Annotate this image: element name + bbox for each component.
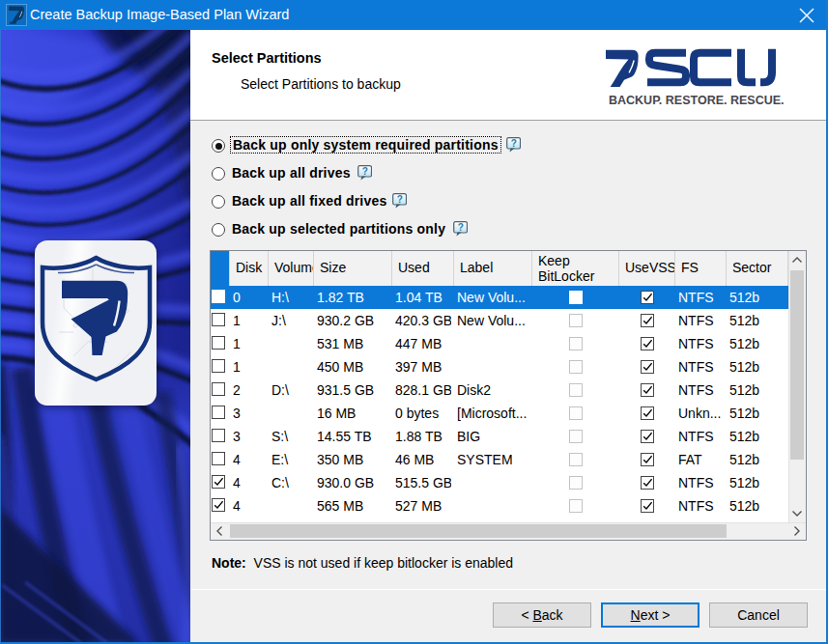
svg-text:?: ? [397, 194, 403, 205]
svg-text:BACKUP. RESTORE. RESCUE.: BACKUP. RESTORE. RESCUE. [609, 94, 785, 107]
svg-text:?: ? [362, 166, 368, 177]
svg-text:?: ? [511, 138, 517, 149]
svg-text:?: ? [458, 222, 464, 233]
